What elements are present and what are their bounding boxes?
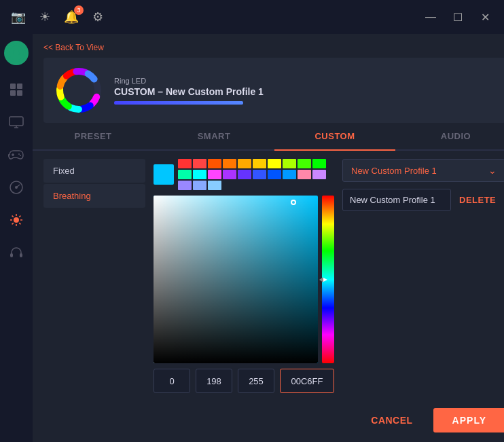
tab-audio[interactable]: AUDIO: [395, 123, 504, 149]
swatch-lavender[interactable]: [312, 170, 326, 179]
apply-button[interactable]: APPLY: [433, 408, 504, 432]
device-color-bar: [114, 101, 243, 105]
swatch-orange2[interactable]: [223, 159, 236, 168]
swatch-red2[interactable]: [193, 159, 206, 168]
device-ring-icon: [54, 66, 103, 115]
camera-icon[interactable]: 📷: [11, 10, 26, 24]
hue-slider-cursor: [323, 278, 336, 282]
back-link[interactable]: << Back To View: [43, 43, 104, 52]
swatch-teal[interactable]: [178, 170, 192, 179]
effect-item-breathing[interactable]: Breathing: [43, 184, 145, 208]
notification-icon[interactable]: 🔔 3: [64, 10, 79, 24]
swatch-purple1[interactable]: [223, 170, 236, 179]
red-input[interactable]: [154, 369, 190, 393]
close-button[interactable]: ✕: [477, 9, 493, 25]
sidebar-item-lighting[interactable]: [0, 205, 33, 235]
svg-point-17: [14, 217, 19, 223]
swatch-purple2[interactable]: [238, 170, 251, 179]
effect-item-fixed[interactable]: Fixed: [43, 159, 145, 183]
swatch-blue2[interactable]: [268, 170, 281, 179]
swatch-green2[interactable]: [312, 159, 326, 168]
titlebar-controls: — ☐ ✕: [422, 9, 493, 25]
svg-line-22: [12, 216, 14, 217]
sidebar-item-monitor[interactable]: [0, 107, 33, 137]
device-profile-name: CUSTOM – New Custom Profile 1: [114, 86, 264, 97]
green-input[interactable]: [196, 369, 232, 393]
swatch-lightblue[interactable]: [208, 181, 221, 190]
hex-input[interactable]: [280, 369, 334, 393]
notification-badge: 3: [74, 5, 84, 15]
color-picker-area: [154, 159, 334, 393]
sidebar-item-home[interactable]: [0, 75, 33, 105]
profile-dropdown-label: New Custom Profile 1: [351, 166, 437, 176]
tabs-bar: PRESET SMART CUSTOM AUDIO: [33, 123, 504, 151]
svg-rect-4: [17, 84, 22, 89]
sidebar-item-gauge[interactable]: [0, 172, 33, 202]
profile-name-input[interactable]: [342, 189, 451, 211]
svg-rect-26: [10, 253, 13, 257]
blue-input[interactable]: [238, 369, 274, 393]
right-panel: New Custom Profile 1 ⌄ DELETE: [342, 159, 504, 393]
app-logo[interactable]: [4, 41, 29, 65]
swatch-periwinkle[interactable]: [178, 181, 192, 190]
svg-point-2: [13, 50, 20, 56]
svg-point-16: [15, 186, 18, 189]
effect-list-panel: Fixed Breathing: [43, 159, 145, 393]
effect-list: Fixed Breathing: [43, 159, 145, 208]
gradient-picker[interactable]: [154, 196, 318, 363]
maximize-button[interactable]: ☐: [450, 9, 466, 25]
swatch-amber[interactable]: [238, 159, 251, 168]
hue-slider[interactable]: [322, 196, 334, 363]
svg-rect-27: [20, 253, 22, 257]
swatch-skyblue[interactable]: [283, 170, 296, 179]
app-layout: << Back To View: [0, 34, 504, 442]
tab-custom[interactable]: CUSTOM: [274, 123, 395, 151]
swatch-cyan[interactable]: [193, 170, 206, 179]
svg-rect-5: [10, 90, 16, 96]
header-bar: << Back To View: [33, 34, 504, 123]
swatch-cornflower[interactable]: [193, 181, 206, 190]
svg-point-12: [18, 153, 20, 155]
svg-point-13: [20, 155, 21, 156]
swatch-green1[interactable]: [298, 159, 311, 168]
svg-rect-3: [10, 84, 16, 89]
swatch-hotpink[interactable]: [298, 170, 311, 179]
delete-button[interactable]: DELETE: [456, 191, 499, 209]
swatch-red1[interactable]: [178, 159, 192, 168]
color-swatches-row: [154, 159, 334, 190]
svg-line-23: [19, 223, 20, 224]
swatch-orange1[interactable]: [208, 159, 221, 168]
swatch-yellow1[interactable]: [253, 159, 266, 168]
settings-icon[interactable]: ⚙: [92, 10, 103, 24]
swatch-yellow2[interactable]: [268, 159, 281, 168]
rgb-inputs: [154, 369, 334, 393]
device-led-label: Ring LED: [114, 77, 264, 85]
hue-left-arrow: [319, 277, 323, 282]
tab-smart[interactable]: SMART: [154, 123, 274, 149]
device-panel: Ring LED CUSTOM – New Custom Profile 1: [43, 58, 504, 123]
svg-line-24: [19, 216, 20, 217]
tab-preset[interactable]: PRESET: [33, 123, 154, 149]
profile-name-row: DELETE: [342, 189, 504, 211]
sidebar: [0, 34, 33, 442]
minimize-button[interactable]: —: [422, 9, 439, 25]
profile-dropdown[interactable]: New Custom Profile 1 ⌄: [342, 159, 504, 182]
sidebar-item-headset[interactable]: [0, 238, 33, 268]
svg-line-25: [12, 223, 14, 224]
dropdown-arrow-icon: ⌄: [488, 165, 497, 176]
swatch-lime[interactable]: [283, 159, 296, 168]
cancel-button[interactable]: CANCEL: [361, 409, 422, 431]
sidebar-item-gamepad[interactable]: [0, 140, 33, 170]
bottom-bar: CANCEL APPLY: [33, 401, 504, 442]
titlebar: 📷 ☀ 🔔 3 ⚙ — ☐ ✕: [0, 0, 504, 34]
swatch-blue1[interactable]: [253, 170, 266, 179]
titlebar-app-icons: 📷 ☀ 🔔 3 ⚙: [11, 10, 103, 24]
device-info: Ring LED CUSTOM – New Custom Profile 1: [114, 77, 264, 105]
current-color-swatch[interactable]: [154, 164, 174, 185]
swatch-pink[interactable]: [208, 170, 221, 179]
svg-rect-6: [17, 90, 22, 96]
brightness-icon[interactable]: ☀: [39, 10, 50, 24]
svg-rect-7: [10, 117, 23, 126]
content-area: << Back To View: [33, 34, 504, 442]
